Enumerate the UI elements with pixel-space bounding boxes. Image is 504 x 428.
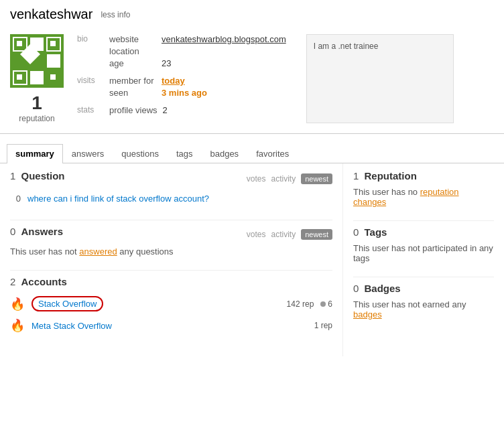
bio-visits-row: visits member for today seen 3 mins ago <box>77 76 286 100</box>
tab-answers[interactable]: answers <box>63 144 113 163</box>
tab-badges[interactable]: badges <box>201 144 247 163</box>
questions-newest-badge[interactable]: newest <box>301 173 332 184</box>
question-link[interactable]: where can i find link of stack overflow … <box>27 194 209 204</box>
tags-right-title: 0 Tags <box>353 226 494 238</box>
account-badge-so: 6 <box>320 299 332 309</box>
profile-header: venkateshwar less info <box>0 0 504 134</box>
answers-section-header: 0 Answers votes activity newest <box>10 226 332 242</box>
accounts-section: 2 Accounts 🔥 Stack Overflow 142 rep 6 🔥 … <box>10 276 332 336</box>
profile-views-label: profile views <box>109 105 158 115</box>
badges-link[interactable]: badges <box>353 309 382 319</box>
tab-summary[interactable]: summary <box>7 144 63 163</box>
account-name-meta[interactable]: Meta Stack Overflow <box>32 321 112 331</box>
bio-section: bio website venkateshwarblog.blogspot.co… <box>77 34 286 123</box>
account-rep-so: 142 rep <box>287 299 314 309</box>
summary-text: I am a .net trainee <box>314 42 379 51</box>
answers-section: 0 Answers votes activity newest This use… <box>10 226 332 257</box>
questions-votes-label: votes <box>247 174 266 184</box>
svg-rect-5 <box>47 54 60 68</box>
so-circle: Stack Overflow <box>32 296 103 311</box>
questions-title: 1 Question <box>10 170 65 182</box>
bio-stats-label: stats <box>77 105 104 117</box>
so-icon: 🔥 <box>10 297 25 311</box>
bio-age-label: age <box>109 58 156 68</box>
member-for-value[interactable]: today <box>162 76 185 86</box>
accounts-count: 2 <box>10 276 15 287</box>
badges-no-earned: This user has not earned any badges <box>353 299 494 319</box>
silver-badge-dot <box>320 301 326 307</box>
profile-info: 1 reputation bio website venkateshwarblo… <box>10 27 494 130</box>
tab-favorites[interactable]: favorites <box>247 144 298 163</box>
answers-activity-label: activity <box>271 230 296 239</box>
tab-tags[interactable]: tags <box>168 144 202 163</box>
bio-fields: website venkateshwarblog.blogspot.com lo… <box>109 34 286 70</box>
answers-votes-label: votes <box>247 230 266 239</box>
bio-label: bio <box>77 34 104 70</box>
answers-newest-badge[interactable]: newest <box>301 229 332 240</box>
rep-right-title: 1 Reputation <box>353 170 494 182</box>
bio-website-label: website <box>109 34 156 44</box>
svg-rect-7 <box>30 71 44 84</box>
answers-title: 0 Answers <box>10 226 63 237</box>
reputation-label: reputation <box>19 114 54 123</box>
reputation-right-section: 1 Reputation This user has no reputation… <box>353 170 494 207</box>
svg-rect-10 <box>17 41 22 46</box>
account-rep-meta: 1 rep <box>314 321 332 330</box>
questions-count: 1 <box>10 170 15 182</box>
seen-label: seen <box>109 88 156 98</box>
questions-section-header: 1 Question votes activity newest <box>10 170 332 187</box>
answers-count: 0 <box>10 226 15 237</box>
member-for-row: member for today <box>109 76 207 86</box>
bio-location-label: location <box>109 46 156 56</box>
bio-stats-row: stats profile views 2 <box>77 105 286 117</box>
bio-row-bio: bio website venkateshwarblog.blogspot.co… <box>77 34 286 70</box>
seen-value: 3 mins ago <box>162 88 207 98</box>
tags-right-section: 0 Tags This user has not participated in… <box>353 226 494 263</box>
profile-views-row: profile views 2 <box>109 105 168 115</box>
svg-rect-11 <box>50 41 56 46</box>
less-info-link[interactable]: less info <box>101 10 130 19</box>
badges-right-section: 0 Badges This user has not earned any ba… <box>353 283 494 319</box>
account-row-meta: 🔥 Meta Stack Overflow 1 rep <box>10 315 332 336</box>
questions-word: Question <box>21 170 65 182</box>
answers-word: Answers <box>21 226 64 237</box>
reputation-number: 1 <box>32 92 42 114</box>
badge-count-so: 6 <box>328 299 332 309</box>
answered-link[interactable]: answered <box>79 246 117 257</box>
content-left: 1 Question votes activity newest 0 where… <box>0 163 343 356</box>
questions-section: 1 Question votes activity newest 0 where… <box>10 170 332 206</box>
stats-fields: profile views 2 <box>109 105 168 117</box>
bio-website: website venkateshwarblog.blogspot.com <box>109 34 286 44</box>
svg-rect-13 <box>50 74 56 80</box>
bio-website-value[interactable]: venkateshwarblog.blogspot.com <box>162 34 286 44</box>
accounts-word: Accounts <box>21 276 67 287</box>
svg-rect-12 <box>17 74 22 80</box>
badges-right-word: Badges <box>365 283 401 294</box>
rep-right-word: Reputation <box>365 170 417 182</box>
member-for-label: member for <box>109 76 156 86</box>
seen-row: seen 3 mins ago <box>109 88 207 98</box>
question-row: 0 where can i find link of stack overflo… <box>10 191 332 206</box>
no-answers-after: any questions <box>119 246 173 257</box>
badges-right-count: 0 <box>353 283 359 294</box>
bio-age: age 23 <box>109 58 286 68</box>
rep-no-changes: This user has no reputation changes <box>353 187 494 207</box>
visits-fields: member for today seen 3 mins ago <box>109 76 207 100</box>
tags-right-word: Tags <box>365 226 387 238</box>
questions-activity-label: activity <box>271 174 296 184</box>
rep-right-count: 1 <box>353 170 359 182</box>
avatar-section: 1 reputation <box>10 34 64 123</box>
account-name-so[interactable]: Stack Overflow <box>38 299 97 309</box>
badges-no-earned-before: This user has not earned any <box>353 299 466 309</box>
bio-age-value: 23 <box>162 58 171 68</box>
content-area: 1 Question votes activity newest 0 where… <box>0 163 504 356</box>
tab-questions[interactable]: questions <box>113 144 168 163</box>
accounts-title: 2 Accounts <box>10 276 332 287</box>
rep-no-changes-before: This user has no <box>353 187 418 197</box>
meta-icon: 🔥 <box>10 318 25 333</box>
tabs-bar: summary answers questions tags badges fa… <box>0 144 504 163</box>
content-right: 1 Reputation This user has no reputation… <box>343 163 504 356</box>
username: venkateshwar <box>10 7 92 22</box>
bio-visits-label: visits <box>77 76 104 100</box>
summary-panel: I am a .net trainee <box>306 34 454 123</box>
